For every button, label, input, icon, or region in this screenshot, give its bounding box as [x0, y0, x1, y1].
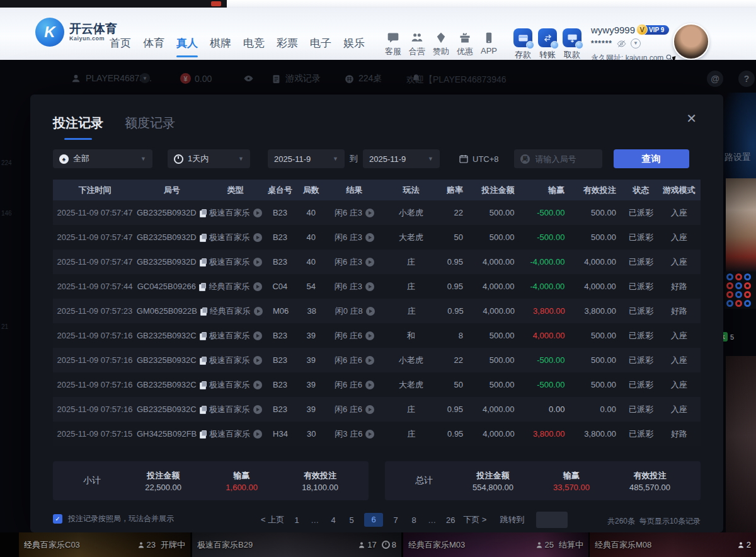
result-detail-icon[interactable] — [365, 282, 374, 291]
table-row[interactable]: 2025-11-09 07:57:16 GB2325B0932C 极速百家乐 B… — [53, 323, 701, 348]
result-detail-icon[interactable] — [365, 381, 374, 389]
chevron-down-icon[interactable]: ▼ — [631, 38, 641, 49]
page-button[interactable]: 4 — [328, 515, 339, 525]
replay-icon[interactable] — [253, 282, 262, 291]
copy-icon[interactable] — [200, 258, 207, 266]
copy-icon[interactable] — [200, 430, 207, 438]
date-to-picker[interactable]: 2025-11-9 ▼ — [363, 149, 440, 168]
quick-link-优惠[interactable]: 优惠 — [454, 32, 476, 57]
user-avatar[interactable] — [673, 23, 709, 60]
wallet-link-取款[interactable]: 取款 — [561, 28, 583, 60]
table-row[interactable]: 2025-11-09 07:57:23 GM0625B0922B 经典百家乐 M… — [53, 299, 701, 323]
replay-icon[interactable] — [253, 233, 262, 242]
site-logo[interactable]: K 开云体育 Kaiyun.com — [35, 18, 117, 47]
live-table-tile[interactable]: 经典百家乐C0323开牌中 — [19, 532, 190, 557]
quick-link-合营[interactable]: 合营 — [406, 32, 428, 57]
table-row[interactable]: 2025-11-09 07:57:47 GB2325B0932D 极速百家乐 B… — [53, 225, 701, 250]
copy-icon[interactable] — [200, 332, 207, 340]
cell-round-no: 40 — [296, 257, 326, 267]
quick-link-客服[interactable]: 客服 — [382, 32, 404, 57]
game-type-dropdown[interactable]: ♠ 全部 ▼ — [53, 149, 152, 168]
result-detail-icon[interactable] — [365, 405, 374, 414]
table-row[interactable]: 2025-11-09 07:57:47 GB2325B0932D 极速百家乐 B… — [53, 250, 701, 274]
table-status: 开牌中 — [161, 539, 185, 551]
header-cell: 玩法 — [382, 185, 439, 196]
table-row[interactable]: 2025-11-09 07:57:16 GB2325B0932C 极速百家乐 B… — [53, 397, 701, 422]
timezone-item[interactable]: UTC+8 — [459, 154, 499, 164]
nav-item[interactable]: 棋牌 — [210, 36, 231, 50]
page-current[interactable]: 6 — [364, 513, 383, 527]
time-range-dropdown[interactable]: 1天内 ▼ — [168, 149, 250, 168]
nav-item[interactable]: 电子 — [310, 36, 331, 50]
nav-item[interactable]: 体育 — [143, 36, 164, 50]
copy-icon[interactable] — [200, 209, 207, 217]
copy-icon[interactable] — [199, 283, 207, 290]
live-table-tile[interactable]: 经典百家乐M082 — [590, 532, 756, 557]
round-search-field[interactable]: 局 — [514, 149, 602, 168]
result-detail-icon[interactable] — [365, 331, 374, 340]
prev-page-button[interactable]: < 上页 — [261, 514, 284, 525]
page-button[interactable]: 1 — [291, 515, 302, 525]
close-icon[interactable]: ✕ — [686, 111, 697, 126]
tab-quota-records[interactable]: 额度记录 — [125, 115, 175, 132]
wallet-link-存款[interactable]: 存款 — [512, 28, 534, 60]
calendar-icon — [459, 154, 469, 164]
page-button[interactable]: 7 — [390, 515, 401, 525]
username[interactable]: wywy9999 — [591, 25, 635, 35]
live-table-tile[interactable]: 极速百家乐B29178 — [192, 532, 401, 557]
page-button[interactable]: 8 — [408, 515, 420, 525]
table-row[interactable]: 2025-11-09 07:57:47 GB2325B0932D 极速百家乐 B… — [53, 200, 701, 225]
nav-item[interactable]: 娱乐 — [343, 36, 365, 50]
round-search-input[interactable] — [534, 154, 600, 164]
cell-winloss: -4,000.00 — [524, 282, 574, 291]
tab-bet-records[interactable]: 投注记录 — [53, 115, 103, 132]
replay-icon[interactable] — [254, 307, 263, 316]
result-detail-icon[interactable] — [366, 307, 375, 316]
cell-table-no: B23 — [264, 380, 296, 389]
result-detail-icon[interactable] — [365, 356, 374, 365]
checkbox-checked-icon[interactable]: ✓ — [53, 514, 62, 524]
live-table-tile[interactable]: 经典百家乐M0325结算中 — [403, 532, 588, 557]
nav-item[interactable]: 彩票 — [277, 36, 298, 50]
table-row[interactable]: 2025-11-09 07:57:16 GB2325B0932C 极速百家乐 B… — [53, 372, 701, 397]
replay-icon[interactable] — [253, 331, 262, 340]
date-from-picker[interactable]: 2025-11-9 ▼ — [268, 149, 345, 168]
table-row[interactable]: 2025-11-09 07:57:16 GB2325B0932C 极速百家乐 B… — [53, 348, 701, 372]
result-detail-icon[interactable] — [365, 430, 374, 439]
replay-icon[interactable] — [253, 356, 262, 365]
page-button[interactable]: 26 — [445, 515, 456, 525]
query-button[interactable]: 查询 — [614, 149, 689, 168]
quick-link-赞助[interactable]: 赞助 — [430, 32, 452, 57]
copy-icon[interactable] — [200, 406, 207, 413]
nav-item[interactable]: 电竞 — [243, 36, 265, 50]
result-detail-icon[interactable] — [365, 258, 374, 267]
page-button[interactable]: 5 — [346, 515, 357, 525]
merge-toggle[interactable]: ✓ 投注记录按照局，玩法合并展示 — [53, 514, 174, 524]
quick-link-APP[interactable]: APP — [478, 32, 500, 57]
nav-item[interactable]: 真人 — [176, 36, 198, 50]
result-detail-icon[interactable] — [365, 233, 374, 242]
table-row[interactable]: 2025-11-09 07:57:44 GC0425B09266 经典百家乐 C… — [53, 274, 701, 299]
copy-icon[interactable] — [200, 357, 207, 364]
copy-icon[interactable] — [200, 234, 207, 241]
replay-icon[interactable] — [253, 209, 262, 217]
cell-game-type: 经典百家乐 — [208, 306, 265, 317]
next-page-button[interactable]: 下页 > — [463, 514, 486, 525]
replay-icon[interactable] — [253, 430, 262, 439]
live-table-name: 经典百家乐C03 — [24, 539, 80, 551]
cell-game-type: 极速百家乐 — [207, 256, 264, 268]
cell-odds: 0.95 — [440, 429, 472, 439]
result-detail-icon[interactable] — [365, 209, 374, 217]
cell-odds: 0.95 — [440, 405, 472, 414]
wallet-link-label: 转账 — [536, 49, 559, 60]
replay-icon[interactable] — [253, 258, 262, 267]
copy-icon[interactable] — [200, 381, 207, 389]
replay-icon[interactable] — [253, 405, 262, 414]
replay-icon[interactable] — [253, 381, 262, 389]
nav-item[interactable]: 首页 — [110, 36, 131, 50]
wallet-link-转账[interactable]: 转账 — [536, 28, 559, 60]
table-row[interactable]: 2025-11-09 07:57:15 GH3425B092FB 极速百家乐 H… — [53, 422, 701, 446]
eye-off-icon[interactable] — [617, 39, 626, 49]
copy-icon[interactable] — [200, 307, 208, 315]
jump-page-input[interactable] — [536, 512, 568, 528]
